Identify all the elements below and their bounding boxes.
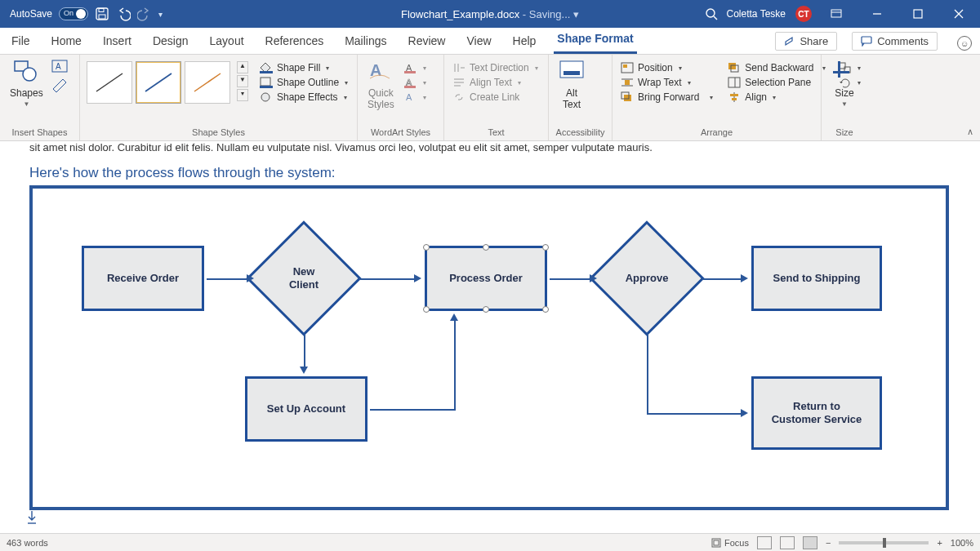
position-button[interactable]: Position▾ [619,61,715,74]
close-button[interactable] [942,0,975,28]
flow-node-return-cs[interactable]: Return to Customer Service [751,376,882,450]
connector[interactable] [454,319,456,411]
tab-layout[interactable]: Layout [207,29,247,54]
style-gallery-more-icon[interactable]: ▾ [237,89,248,101]
tab-help[interactable]: Help [510,29,540,54]
flow-node-new-client[interactable]: New Client [263,238,345,319]
zoom-in-button[interactable]: + [937,538,942,548]
svg-rect-39 [624,95,631,101]
share-button[interactable]: Share [775,32,837,51]
shape-effects-button[interactable]: Shape Effects▾ [258,91,350,104]
svg-rect-35 [623,64,627,68]
svg-text:A: A [406,92,412,102]
bring-forward-button[interactable]: Bring Forward▾ [619,91,715,104]
edit-shape-icon[interactable] [51,78,68,92]
connector[interactable] [550,278,592,280]
shape-style-3[interactable] [185,61,230,104]
align-text-button[interactable]: Align Text▾ [451,76,540,89]
style-gallery-down-icon[interactable]: ▼ [237,75,248,87]
group-label-wordart: WordArt Styles [364,127,437,139]
align-button[interactable]: Align▾ [726,91,827,104]
svg-rect-43 [728,78,740,87]
text-effects-icon[interactable]: A▾ [403,91,428,104]
connector[interactable] [304,334,305,368]
account-name[interactable]: Coletta Teske [727,8,786,20]
save-icon[interactable] [95,7,109,21]
tab-home[interactable]: Home [48,29,85,54]
autosave-toggle[interactable]: On [59,7,88,20]
flow-node-setup-account[interactable]: Set Up Account [245,376,368,442]
drawing-canvas[interactable]: Receive Order New Client Process Order A… [29,185,949,510]
group-label-accessibility: Accessibility [555,127,605,139]
text-fill-icon[interactable]: A▾ [403,61,428,74]
tab-view[interactable]: View [463,29,494,54]
svg-text:A: A [56,62,61,71]
flow-node-process-order[interactable]: Process Order [425,246,547,311]
svg-rect-41 [728,63,736,69]
quick-styles-button[interactable]: A Quick Styles [364,58,398,112]
style-gallery-up-icon[interactable]: ▲ [237,61,248,73]
selection-pane-button[interactable]: Selection Pane [726,76,827,89]
account-avatar[interactable]: CT [795,6,812,22]
document-area[interactable]: sit amet nisl dolor. Curabitur id elit f… [0,141,980,533]
zoom-slider[interactable] [839,541,929,544]
body-paragraph-cut: sit amet nisl dolor. Curabitur id elit f… [29,141,951,153]
svg-rect-27 [404,86,416,88]
web-layout-icon[interactable] [803,536,817,549]
group-label-insert-shapes: Insert Shapes [7,127,73,139]
qat-overflow-icon[interactable]: ▾ [158,10,163,19]
svg-rect-8 [914,10,922,18]
svg-rect-47 [732,98,737,100]
text-direction-button[interactable]: Text Direction▾ [451,61,540,74]
tab-design[interactable]: Design [149,29,192,54]
shapes-gallery-button[interactable]: Shapes ▼ [7,58,47,109]
svg-rect-54 [714,540,719,545]
flow-node-send-shipping[interactable]: Send to Shipping [751,246,882,311]
document-heading: Here's how the process flows through the… [29,165,951,181]
connector[interactable] [647,334,648,413]
word-count[interactable]: 463 words [7,538,48,548]
create-link-button[interactable]: Create Link [451,91,540,104]
read-mode-icon[interactable] [757,536,772,549]
svg-point-3 [706,9,715,17]
size-button[interactable]: Size▼ [828,58,861,109]
undo-icon[interactable] [116,7,131,21]
zoom-level[interactable]: 100% [951,538,973,548]
connector[interactable] [370,409,456,411]
tab-file[interactable]: File [8,29,33,54]
tab-mailings[interactable]: Mailings [341,29,390,54]
ribbon-display-options-icon[interactable] [820,0,853,28]
print-layout-icon[interactable] [780,536,795,549]
search-icon[interactable] [704,7,719,21]
redo-icon[interactable] [137,7,152,21]
flow-node-receive-order[interactable]: Receive Order [82,246,204,311]
focus-mode-button[interactable]: Focus [711,538,749,548]
send-backward-button[interactable]: Send Backward▾ [726,61,827,74]
tab-insert[interactable]: Insert [100,29,135,54]
shape-style-2[interactable] [136,61,181,104]
shape-outline-button[interactable]: Shape Outline▾ [258,76,350,89]
comments-button[interactable]: Comments [852,32,938,51]
connector[interactable] [207,278,249,280]
flow-node-approve[interactable]: Approve [606,238,688,319]
shape-style-1[interactable] [87,61,132,104]
text-box-icon[interactable]: A [51,60,68,74]
maximize-button[interactable] [902,0,934,28]
text-outline-icon[interactable]: A▾ [403,76,428,89]
connector[interactable] [647,413,743,415]
zoom-out-button[interactable]: − [826,538,831,548]
connector[interactable] [702,278,743,280]
wrap-text-button[interactable]: Wrap Text▾ [619,76,715,89]
tab-references[interactable]: References [262,29,327,54]
svg-rect-2 [99,15,105,19]
menu-bar: File Home Insert Design Layout Reference… [0,28,980,55]
collapse-ribbon-icon[interactable]: ∧ [967,127,973,137]
alt-text-button[interactable]: Alt Text [555,58,588,112]
minimize-button[interactable] [861,0,893,28]
feedback-icon[interactable]: ☺ [957,36,972,51]
tab-review[interactable]: Review [405,29,449,54]
shape-fill-button[interactable]: Shape Fill▾ [258,61,350,74]
svg-rect-46 [730,94,738,96]
tab-shape-format[interactable]: Shape Format [554,27,636,54]
connector[interactable] [359,278,416,280]
